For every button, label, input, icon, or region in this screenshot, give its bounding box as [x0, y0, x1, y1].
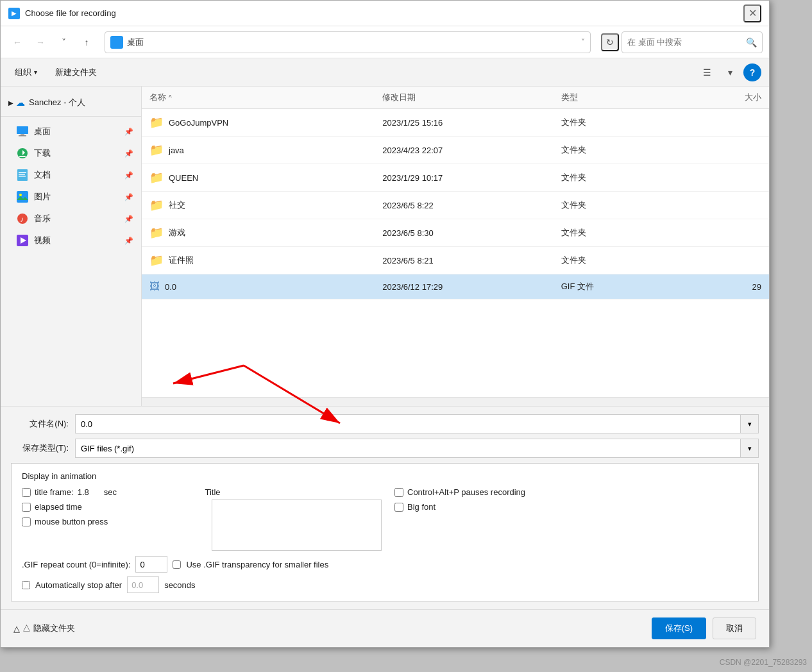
- col-header-type[interactable]: 类型: [554, 87, 678, 108]
- option-title-frame: title frame: 1.8 sec: [22, 487, 199, 497]
- title-frame-checkbox[interactable]: [22, 488, 31, 497]
- back-button[interactable]: ←: [7, 32, 28, 53]
- table-row[interactable]: 📁 GoGoJumpVPN 2023/1/25 15:16 文件夹: [142, 109, 769, 137]
- filetype-label: 保存类型(T):: [11, 442, 75, 454]
- sidebar-item-video[interactable]: 视频 📌: [1, 230, 141, 251]
- file-type-cell: 文件夹: [554, 221, 678, 245]
- table-row[interactable]: 🖼 0.0 2023/6/12 17:29 GIF 文件 29: [142, 274, 769, 299]
- horizontal-scrollbar[interactable]: [142, 397, 769, 406]
- elapsed-time-checkbox[interactable]: [22, 503, 31, 512]
- main-content: ▶ ☁ Sanchez - 个人 桌面 📌 下载 📌: [1, 87, 769, 406]
- file-date-cell: 2023/1/25 15:16: [375, 112, 553, 134]
- option-mouse-button: mouse button press: [22, 517, 199, 526]
- svg-point-11: [19, 194, 22, 196]
- video-icon: [16, 234, 29, 247]
- file-type-cell: GIF 文件: [554, 274, 678, 299]
- folder-icon: 📁: [149, 143, 164, 157]
- auto-stop-input[interactable]: [127, 576, 159, 593]
- action-toolbar: 组织 ▾ 新建文件夹 ☰ ▾ ?: [1, 58, 769, 87]
- table-row[interactable]: 📁 游戏 2023/6/5 8:30 文件夹: [142, 219, 769, 247]
- svg-rect-9: [19, 176, 26, 177]
- big-font-checkbox[interactable]: [394, 503, 403, 512]
- file-date-cell: 2023/6/12 17:29: [375, 276, 553, 298]
- gif-repeat-input[interactable]: [135, 556, 167, 573]
- view-dropdown-button[interactable]: ▾: [720, 63, 740, 82]
- sidebar-item-desktop[interactable]: 桌面 📌: [1, 121, 141, 142]
- file-type-cell: 文件夹: [554, 165, 678, 190]
- hide-folder-button[interactable]: △ △ 隐藏文件夹: [13, 623, 645, 634]
- file-type-cell: 文件夹: [554, 110, 678, 135]
- title-frame-value: 1.8: [78, 487, 100, 497]
- file-name-cell: 📁 GoGoJumpVPN: [142, 109, 375, 136]
- file-list-scroll[interactable]: 📁 GoGoJumpVPN 2023/1/25 15:16 文件夹 📁 java…: [142, 109, 769, 397]
- address-text: 桌面: [127, 37, 581, 48]
- sidebar-item-music[interactable]: ♪ 音乐 📌: [1, 208, 141, 230]
- file-list-area: 名称 ^ 修改日期 类型 大小 📁 GoGoJumpVPN: [142, 87, 769, 406]
- save-button[interactable]: 保存(S): [652, 617, 706, 639]
- folder-icon: 📁: [149, 226, 164, 240]
- bottom-form-area: 文件名(N): ▾ 保存类型(T): ▾ Display in animatio…: [1, 406, 769, 609]
- filetype-input-wrap: ▾: [75, 439, 759, 458]
- filename-row: 文件名(N): ▾: [11, 414, 759, 433]
- up-button[interactable]: ↑: [76, 32, 97, 53]
- sidebar-item-download[interactable]: 下载 📌: [1, 142, 141, 164]
- table-row[interactable]: 📁 QUEEN 2023/1/29 10:17 文件夹: [142, 164, 769, 192]
- svg-rect-7: [19, 172, 26, 173]
- file-type-cell: 文件夹: [554, 248, 678, 273]
- file-date-cell: 2023/6/5 8:22: [375, 194, 553, 217]
- address-dropdown-arrow[interactable]: ˅: [581, 38, 585, 47]
- filename-input-wrap: ▾: [75, 414, 759, 433]
- file-size-cell: 29: [677, 276, 769, 298]
- close-button[interactable]: ✕: [743, 4, 761, 22]
- transparency-checkbox[interactable]: [173, 560, 181, 569]
- view-menu-button[interactable]: ☰: [697, 63, 716, 82]
- folder-icon: 📁: [149, 253, 164, 267]
- new-folder-button[interactable]: 新建文件夹: [49, 64, 103, 81]
- help-button[interactable]: ?: [743, 63, 761, 81]
- filetype-dropdown-button[interactable]: ▾: [741, 439, 759, 458]
- table-row[interactable]: 📁 java 2023/4/23 22:07 文件夹: [142, 137, 769, 164]
- dialog-footer: △ △ 隐藏文件夹 保存(S) 取消: [1, 609, 769, 647]
- table-row[interactable]: 📁 证件照 2023/6/5 8:21 文件夹: [142, 247, 769, 274]
- search-box[interactable]: 🔍: [622, 31, 763, 53]
- gif-repeat-row: .GIF repeat count (0=infinite): Use .GIF…: [22, 556, 748, 573]
- file-size-cell: [677, 254, 769, 267]
- filetype-input[interactable]: [75, 439, 741, 458]
- control-alt-row: Control+Alt+P pauses recording: [394, 487, 748, 497]
- filetype-row: 保存类型(T): ▾: [11, 439, 759, 458]
- cancel-button[interactable]: 取消: [713, 617, 756, 639]
- address-bar[interactable]: 桌面 ˅: [105, 31, 591, 53]
- auto-stop-row: Automatically stop after seconds: [22, 576, 748, 593]
- file-size-cell: [677, 116, 769, 129]
- breadcrumb-dropdown-button[interactable]: ˅: [53, 32, 74, 53]
- file-name-cell: 📁 游戏: [142, 219, 375, 246]
- title-input-box[interactable]: [212, 500, 382, 551]
- control-alt-checkbox[interactable]: [394, 488, 403, 497]
- auto-stop-checkbox[interactable]: [22, 581, 30, 589]
- table-row[interactable]: 📁 社交 2023/6/5 8:22 文件夹: [142, 192, 769, 219]
- filename-dropdown-button[interactable]: ▾: [741, 414, 759, 433]
- svg-rect-8: [19, 174, 25, 175]
- col-header-date[interactable]: 修改日期: [375, 87, 553, 108]
- col-header-size[interactable]: 大小: [677, 87, 769, 108]
- sidebar-item-picture[interactable]: 图片 📌: [1, 186, 141, 208]
- folder-icon: 📁: [149, 115, 164, 130]
- option-elapsed-time: elapsed time: [22, 502, 199, 512]
- organize-button[interactable]: 组织 ▾: [8, 64, 44, 81]
- file-type-cell: 文件夹: [554, 138, 678, 162]
- svg-rect-5: [19, 156, 26, 157]
- sidebar-cloud-item[interactable]: ▶ ☁ Sanchez - 个人: [1, 93, 141, 112]
- search-icon: 🔍: [746, 37, 757, 47]
- file-date-cell: 2023/1/29 10:17: [375, 167, 553, 189]
- col-header-name[interactable]: 名称 ^: [142, 87, 375, 108]
- window-title: Choose file for recording: [25, 8, 743, 18]
- search-input[interactable]: [627, 37, 746, 47]
- filename-input[interactable]: [75, 414, 741, 433]
- sidebar-item-document[interactable]: 文档 📌: [1, 164, 141, 186]
- app-icon: ▶: [8, 8, 20, 19]
- refresh-button[interactable]: ↻: [601, 33, 619, 51]
- folder-icon: 📁: [149, 171, 164, 185]
- forward-button[interactable]: →: [30, 32, 51, 53]
- file-name-cell: 🖼 0.0: [142, 274, 375, 299]
- mouse-button-checkbox[interactable]: [22, 517, 31, 526]
